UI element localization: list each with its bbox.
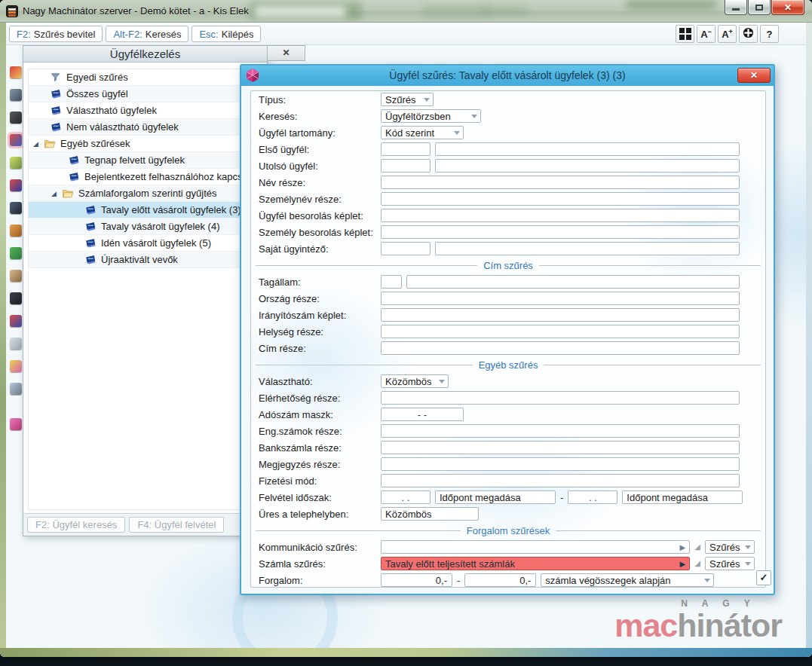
dropdown[interactable]: Szűrés — [381, 93, 434, 106]
dock-icon[interactable] — [10, 112, 22, 124]
dropdown-arrow-icon — [454, 131, 460, 135]
flow-field[interactable]: Tavaly előtt teljesített számlák▶ — [381, 557, 690, 570]
dropdown[interactable]: Ügyféltörzsben — [381, 109, 481, 123]
font-smaller-button[interactable]: A− — [697, 25, 715, 43]
toolbar-key-label: Esc: — [199, 29, 218, 40]
tree-item[interactable]: Újraaktivált vevők — [29, 252, 262, 268]
dock-icon[interactable] — [10, 202, 22, 214]
form-row: Tagállam: — [251, 273, 765, 290]
text-input[interactable] — [381, 176, 740, 189]
field-group — [381, 242, 740, 255]
toolbar-button[interactable]: Alt-F2:Keresés — [106, 26, 188, 42]
dock-icon[interactable] — [10, 225, 22, 237]
dock-icon[interactable] — [10, 66, 22, 78]
text-input[interactable] — [381, 209, 740, 222]
form-row: Irányítószám képlet: — [251, 307, 765, 323]
text-input[interactable]: . . — [568, 490, 617, 504]
dropdown[interactable]: Szűrés — [705, 557, 755, 570]
text-input[interactable] — [435, 159, 740, 173]
window-layout-button[interactable] — [676, 25, 694, 43]
minimize-button[interactable] — [725, 0, 747, 15]
tree-item[interactable]: Nem választható ügyfelek — [29, 119, 262, 136]
text-input[interactable] — [435, 142, 740, 156]
navigator-button[interactable] — [739, 25, 758, 43]
dock-icon[interactable] — [10, 360, 22, 372]
text-input[interactable] — [435, 242, 740, 255]
dock-icon[interactable] — [10, 418, 22, 430]
tree-item[interactable]: ◢Egyéb szűrések — [29, 136, 262, 152]
text-input[interactable] — [381, 474, 740, 487]
text-input[interactable] — [381, 441, 740, 454]
dropdown[interactable]: számla végösszegek alapján — [541, 573, 714, 587]
dock-icon[interactable] — [10, 315, 22, 327]
text-input[interactable] — [381, 341, 740, 355]
text-input[interactable]: Közömbös — [381, 507, 479, 521]
form-section-divider: Cím szűrés — [251, 257, 765, 273]
tree-item-label: Számlaforgalom szerinti gyűjtés — [78, 188, 217, 199]
tree-item[interactable]: Tavaly előtt vásárolt ügyfelek (3) — [29, 202, 262, 218]
dropdown[interactable]: Szűrés — [705, 540, 755, 554]
tree-item[interactable]: Választható ügyfelek — [29, 102, 262, 119]
text-input[interactable] — [381, 159, 431, 173]
text-input[interactable]: - - — [381, 408, 464, 421]
panel-footer-button[interactable]: F4: Ügyfél felvétel — [129, 517, 224, 533]
date-picker-button[interactable]: Időpont megadása — [622, 490, 743, 504]
text-input[interactable] — [406, 275, 740, 289]
dialog-close-button[interactable]: ✕ — [737, 68, 771, 83]
text-input[interactable] — [381, 142, 431, 156]
text-input[interactable] — [381, 457, 740, 471]
tree-item[interactable]: Tavaly vásárolt ügyfelek (4) — [29, 218, 262, 235]
text-input[interactable]: 0,- — [381, 573, 452, 587]
tree-item[interactable]: Tegnap felvett ügyfelek — [29, 152, 262, 169]
tree-item[interactable]: Bejelentkezett felhasználóhoz kapcso — [29, 169, 262, 185]
dock-icon[interactable] — [10, 179, 22, 191]
field-value: - - — [418, 409, 427, 420]
text-input[interactable]: . . — [381, 490, 431, 504]
tree-expander-icon[interactable]: ◢ — [51, 190, 62, 197]
tree-item[interactable]: Idén vásárolt ügyfelek (5) — [29, 235, 262, 252]
maximize-button[interactable] — [748, 0, 771, 15]
toolbar-button[interactable]: Esc:Kilépés — [192, 26, 261, 42]
main-toolbar: F2:Szűrés bevitelAlt-F2:KeresésEsc:Kilép… — [6, 23, 806, 45]
tree-item[interactable]: Összes ügyfél — [29, 86, 262, 102]
customer-filter-dialog: Ügyfél szűrés: Tavaly előtt vásárolt ügy… — [240, 64, 775, 595]
text-input[interactable] — [381, 391, 740, 405]
resize-grip-icon[interactable]: ◢ — [694, 560, 700, 567]
help-button[interactable]: ? — [760, 25, 779, 43]
text-input[interactable] — [381, 192, 740, 206]
confirm-checkbox[interactable]: ✓ — [756, 570, 771, 585]
field-label: Első ügyfél: — [259, 144, 381, 155]
font-larger-button[interactable]: A+ — [718, 25, 737, 43]
tree-item[interactable]: ◢Számlaforgalom szerinti gyűjtés — [29, 185, 262, 202]
dock-icon[interactable] — [10, 383, 22, 395]
resize-grip-icon[interactable]: ◢ — [694, 543, 700, 551]
text-input[interactable] — [381, 242, 431, 255]
dropdown-arrow-icon — [704, 579, 710, 582]
date-picker-button[interactable]: Időpont megadása — [435, 490, 556, 504]
dock-icon[interactable] — [10, 157, 22, 169]
panel-close-tab[interactable]: ✕ — [268, 45, 305, 61]
panel-footer-button[interactable]: F2: Ügyfél keresés — [27, 517, 125, 533]
text-input[interactable]: 0,- — [464, 573, 536, 587]
dropdown[interactable]: Közömbös — [381, 374, 449, 388]
close-button[interactable]: ✕ — [771, 0, 804, 15]
text-input[interactable] — [381, 424, 740, 438]
text-input[interactable] — [381, 275, 402, 289]
text-input[interactable] — [381, 308, 740, 322]
dock-icon[interactable] — [10, 338, 22, 350]
dock-icon[interactable] — [10, 89, 22, 101]
dock-icon[interactable] — [10, 134, 22, 146]
text-input[interactable] — [381, 325, 740, 338]
toolbar-button[interactable]: F2:Szűrés bevitel — [9, 26, 103, 42]
dock-icon[interactable] — [10, 270, 22, 282]
tree-expander-icon[interactable]: ◢ — [33, 140, 44, 148]
dock-icon[interactable] — [10, 247, 22, 259]
text-input[interactable] — [381, 292, 740, 305]
tree-item[interactable]: Egyedi szűrés — [29, 69, 262, 86]
dropdown[interactable]: Kód szerint — [381, 126, 464, 139]
text-input[interactable] — [381, 225, 740, 239]
range-separator: - — [560, 492, 563, 503]
dock-icon[interactable] — [10, 292, 22, 304]
tree-item-label: Bejelentkezett felhasználóhoz kapcso — [84, 171, 248, 182]
flow-field[interactable]: ▶ — [381, 540, 690, 554]
